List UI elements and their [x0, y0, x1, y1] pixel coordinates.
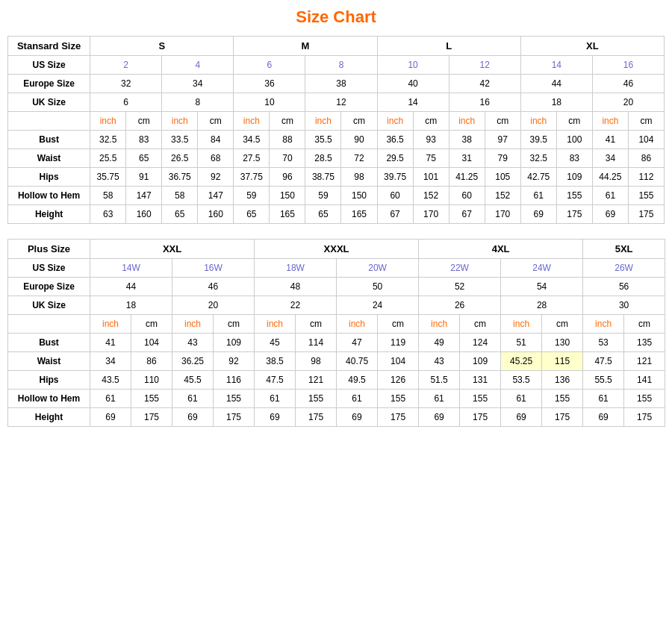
- cm-label: cm: [624, 315, 665, 334]
- height-value: 175: [460, 408, 501, 427]
- hips-value: 51.5: [419, 371, 460, 390]
- us-size-value: 16W: [172, 259, 255, 278]
- hollow_hem-value: 155: [378, 390, 419, 408]
- height-value: 160: [198, 205, 234, 224]
- us-size-value: 6: [234, 56, 305, 75]
- hips-label: Hips: [8, 371, 90, 390]
- europe-size-value: 34: [162, 75, 234, 93]
- inch-label: inch: [449, 112, 485, 131]
- uk-size-value: 8: [162, 93, 234, 112]
- cm-label: cm: [214, 315, 255, 334]
- inch-label: inch: [234, 112, 270, 131]
- cm-label: cm: [378, 315, 419, 334]
- hollow_hem-value: 61: [90, 390, 131, 408]
- bust-value: 97: [485, 131, 520, 149]
- height-label: Height: [8, 408, 90, 427]
- height-value: 69: [172, 408, 214, 427]
- us-size-value: 10: [377, 56, 449, 75]
- cm-label: cm: [628, 112, 664, 131]
- europe-size-value: 44: [90, 278, 172, 296]
- waist-value: 47.5: [583, 352, 624, 371]
- waist-value: 43: [419, 352, 460, 371]
- hollow_hem-value: 58: [162, 187, 198, 205]
- hollow_hem-value: 61: [172, 390, 214, 408]
- europe-size-value: 32: [90, 75, 162, 93]
- hips-value: 38.75: [305, 168, 341, 187]
- height-value: 69: [419, 408, 460, 427]
- hips-value: 112: [628, 168, 664, 187]
- us-size-value: 16: [592, 56, 664, 75]
- hips-value: 53.5: [501, 371, 542, 390]
- uk-size-label: UK Size: [8, 93, 90, 112]
- hips-value: 98: [341, 168, 377, 187]
- bust-value: 83: [126, 131, 162, 149]
- hollow_hem-value: 147: [126, 187, 162, 205]
- hips-value: 121: [296, 371, 337, 390]
- hollow_hem-value: 59: [234, 187, 270, 205]
- uk-size-value: 18: [90, 296, 172, 315]
- hollow_hem-value: 152: [485, 187, 520, 205]
- bust-value: 114: [296, 334, 337, 352]
- unit-spacer: [8, 315, 90, 334]
- us-size-value: 20W: [337, 259, 419, 278]
- hollow_hem-value: 155: [556, 187, 592, 205]
- hollow_hem-value: 155: [131, 390, 172, 408]
- bust-value: 41: [90, 334, 131, 352]
- height-value: 67: [449, 205, 485, 224]
- hips-value: 101: [413, 168, 449, 187]
- size-header-xl: XL: [520, 37, 664, 56]
- inch-label: inch: [90, 315, 131, 334]
- height-value: 65: [234, 205, 270, 224]
- height-value: 69: [255, 408, 296, 427]
- bust-value: 33.5: [162, 131, 198, 149]
- hips-value: 39.75: [377, 168, 413, 187]
- hollow_hem-value: 61: [583, 390, 624, 408]
- height-value: 69: [501, 408, 542, 427]
- waist-value: 92: [214, 352, 255, 371]
- unit-spacer: [8, 112, 90, 131]
- uk-size-label: UK Size: [8, 296, 90, 315]
- europe-size-value: 56: [583, 278, 665, 296]
- height-value: 160: [126, 205, 162, 224]
- standard-table: Stansard SizeSMLXLUS Size246810121416Eur…: [7, 36, 665, 224]
- size-header-xxl: XXL: [90, 240, 255, 259]
- hollow_hem-value: 61: [419, 390, 460, 408]
- waist-value: 65: [126, 149, 162, 168]
- uk-size-value: 6: [90, 93, 162, 112]
- size-header-xxxl: XXXL: [255, 240, 419, 259]
- cm-label: cm: [460, 315, 501, 334]
- bust-value: 119: [378, 334, 419, 352]
- europe-size-value: 48: [255, 278, 337, 296]
- waist-value: 38.5: [255, 352, 296, 371]
- waist-value: 86: [628, 149, 664, 168]
- hollow_hem-value: 155: [624, 390, 665, 408]
- standard-size-chart: Stansard SizeSMLXLUS Size246810121416Eur…: [7, 36, 665, 224]
- size-header-5xl: 5XL: [583, 240, 665, 259]
- height-value: 67: [377, 205, 413, 224]
- size-header-l: L: [377, 37, 520, 56]
- hollow_hem-value: 59: [305, 187, 341, 205]
- height-value: 175: [378, 408, 419, 427]
- europe-size-value: 38: [305, 75, 377, 93]
- hips-value: 92: [198, 168, 234, 187]
- size-header-4xl: 4XL: [419, 240, 583, 259]
- hollow_hem-value: 60: [449, 187, 485, 205]
- bust-value: 51: [501, 334, 542, 352]
- bust-value: 93: [413, 131, 449, 149]
- height-value: 175: [628, 205, 664, 224]
- uk-size-value: 20: [592, 93, 664, 112]
- height-value: 69: [90, 408, 131, 427]
- hollow_hem-value: 150: [270, 187, 305, 205]
- uk-size-value: 12: [305, 93, 377, 112]
- uk-size-value: 14: [377, 93, 449, 112]
- hollow_hem-value: 155: [628, 187, 664, 205]
- bust-value: 104: [131, 334, 172, 352]
- hips-value: 110: [131, 371, 172, 390]
- hips-value: 36.75: [162, 168, 198, 187]
- hips-value: 55.5: [583, 371, 624, 390]
- us-size-label: US Size: [8, 56, 90, 75]
- uk-size-value: 20: [172, 296, 255, 315]
- uk-size-value: 16: [449, 93, 520, 112]
- bust-value: 41: [592, 131, 628, 149]
- uk-size-value: 30: [583, 296, 665, 315]
